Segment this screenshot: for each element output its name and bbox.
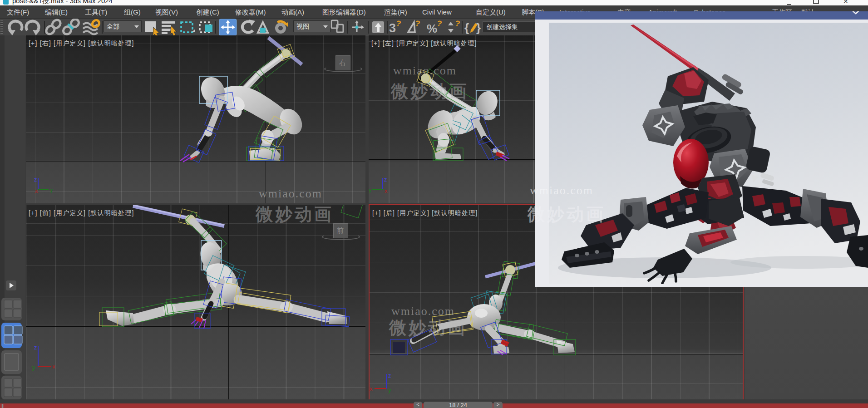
svg-text:z: z (388, 372, 391, 379)
svg-text:y: y (50, 187, 53, 193)
svg-text:x: x (370, 385, 373, 392)
svg-text:}: } (476, 21, 481, 34)
svg-text:y: y (369, 187, 372, 193)
svg-text:?: ? (414, 19, 421, 29)
svg-text:?: ? (436, 19, 443, 29)
svg-text:{: { (464, 21, 469, 34)
svg-text:x: x (52, 363, 55, 370)
svg-text:y: y (32, 364, 35, 371)
svg-text:?: ? (395, 19, 402, 29)
svg-text:z: z (34, 176, 37, 183)
svg-text:z: z (384, 176, 387, 183)
svg-text:%: % (427, 22, 437, 35)
svg-text:?: ? (454, 19, 461, 29)
svg-text:x: x (35, 187, 38, 194)
svg-text:3: 3 (389, 21, 396, 35)
svg-text:y: y (388, 387, 391, 393)
svg-text:x: x (385, 187, 388, 194)
svg-text:z: z (34, 344, 37, 351)
